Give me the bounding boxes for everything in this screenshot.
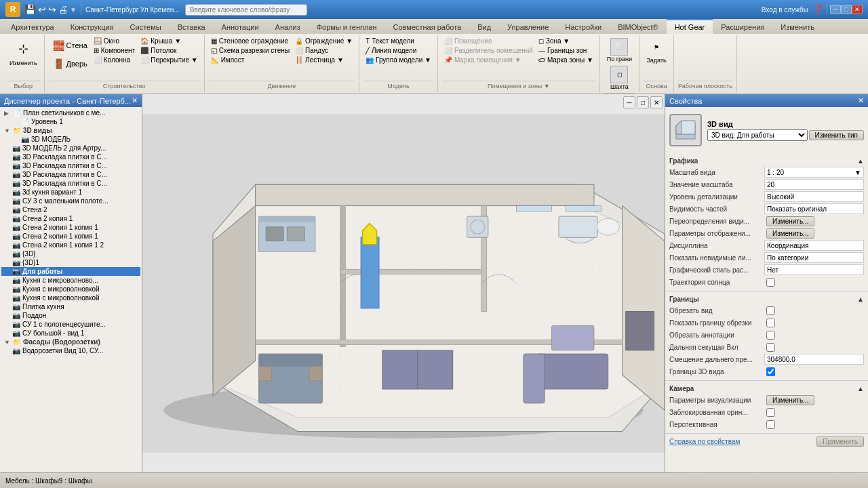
tree-water-outlet[interactable]: 📷 Водорозетки Вид 10, СУ... <box>1 346 140 355</box>
display-btn[interactable]: Изменить... <box>766 228 814 239</box>
face-opening-btn[interactable]: ⬜ По грани <box>604 37 635 64</box>
tree-3d-model2[interactable]: 📷 3D МОДЕЛЬ 2 для Артру... <box>1 144 140 152</box>
tree-3d-default[interactable]: 📷 {3D} <box>1 249 140 258</box>
room-btn[interactable]: ⬜ Помещение <box>442 37 535 45</box>
tab-hotgear[interactable]: Hot Gear <box>667 19 713 34</box>
floor-btn[interactable]: ⬜ Перекрытие ▼ <box>138 56 199 64</box>
door-btn[interactable]: 🚪 Дверь <box>49 55 90 73</box>
tab-bimobject[interactable]: BIMObject® <box>610 19 666 34</box>
tab-architecture[interactable]: Архитектура <box>3 19 62 34</box>
tab-settings[interactable]: Настройки <box>557 19 610 34</box>
close-btn[interactable]: ✕ <box>852 5 863 14</box>
project-tree[interactable]: ▶ 📄 План светильников с ме... 📄 Уровень … <box>0 107 142 472</box>
view-dropdown[interactable]: 3D вид: Для работы <box>707 129 808 141</box>
tab-view[interactable]: Вид <box>469 19 499 34</box>
tree-wall2c1[interactable]: 📷 Стена 2 копия 1 <box>1 214 140 223</box>
viewport-maximize-btn[interactable]: □ <box>637 96 649 108</box>
apply-btn[interactable]: Применить <box>816 436 864 447</box>
maximize-btn[interactable]: □ <box>841 5 852 14</box>
tree-kitchen-micro3[interactable]: 📷 Кухня с микроволновкой <box>1 293 140 302</box>
tree-tile3[interactable]: 📷 3D Раскладка плитки в С... <box>1 170 140 179</box>
base-btn[interactable]: ⚑ Задать <box>644 37 669 65</box>
render-params-btn[interactable]: Изменить... <box>766 395 814 405</box>
override-btn[interactable]: Изменить... <box>766 216 814 226</box>
modify-btn[interactable]: ⊹ Изменить <box>7 37 40 68</box>
tree-group-facades[interactable]: ▼ 📁 Фасады (Водорозетки) <box>1 338 140 346</box>
scene-svg[interactable] <box>142 94 665 472</box>
model-text-btn[interactable]: T Текст модели <box>363 37 433 45</box>
tree-item-lights[interactable]: ▶ 📄 План светильников с ме... <box>1 108 140 117</box>
zone-tag-btn[interactable]: 🏷 Марка зоны ▼ <box>536 56 595 64</box>
tree-wall2c2[interactable]: 📷 Стена 2 копия 1 копия 1 2 <box>1 241 140 249</box>
railing-btn[interactable]: ▦ Стеновое ограждение <box>209 37 292 45</box>
model-group-btn[interactable]: 👥 Группа модели ▼ <box>363 56 433 64</box>
tree-tile1[interactable]: 📷 3D Раскладка плитки в С... <box>1 152 140 161</box>
tab-manage[interactable]: Управление <box>499 19 557 34</box>
roof-btn[interactable]: 🏠 Крыша ▼ <box>138 37 199 45</box>
tree-kitchen3d[interactable]: 📷 3d кухня вариант 1 <box>1 188 140 197</box>
wall-btn[interactable]: 🧱 Стена <box>49 37 90 54</box>
tree-wall2c1c1b[interactable]: 📷 Стена 2 копия 1 копия 1 <box>1 232 140 241</box>
viewport[interactable]: ─ □ ✕ <box>142 94 665 472</box>
tab-systems[interactable]: Системы <box>122 19 170 34</box>
room-separator-btn[interactable]: ⬜ Разделитель помещений <box>442 46 535 55</box>
tree-tray[interactable]: 📷 Поддон <box>1 311 140 320</box>
viewport-close-btn[interactable]: ✕ <box>650 96 663 108</box>
tree-kitchen-tile[interactable]: 📷 Плитка кухня <box>1 302 140 311</box>
tree-su-big[interactable]: 📷 СУ большой - вид 1 <box>1 329 140 338</box>
3d-bounds-checkbox[interactable] <box>766 367 775 376</box>
tree-3d1[interactable]: 📷 {3D}1 <box>1 258 140 267</box>
tab-construction[interactable]: Конструкция <box>62 19 122 34</box>
scale-value[interactable]: 1 : 20▼ <box>764 167 864 178</box>
tab-annotations[interactable]: Аннотации <box>214 19 267 34</box>
tree-su1[interactable]: 📷 СУ 1 с полотенцесушите... <box>1 320 140 329</box>
zone-boundary-btn[interactable]: ― Границы зон <box>536 46 595 55</box>
tab-extensions[interactable]: Расширения <box>713 19 772 34</box>
sun-checkbox[interactable] <box>766 278 775 287</box>
tree-tile2[interactable]: 📷 3D Раскладка плитки в С... <box>1 161 140 170</box>
tab-insert[interactable]: Вставка <box>170 19 214 34</box>
tab-forms[interactable]: Формы и генплан <box>309 19 385 34</box>
fence-btn[interactable]: 🔒 Ограждение ▼ <box>293 37 355 45</box>
tree-forwork[interactable]: 📷 Для работы <box>1 267 140 276</box>
properties-close[interactable]: ✕ <box>858 96 864 105</box>
redo-icon[interactable]: ↪ <box>48 4 56 15</box>
tree-3d-model[interactable]: 📷 3D МОДЕЛЬ <box>1 135 140 144</box>
help-icon[interactable]: ❓ <box>812 4 824 15</box>
tree-item-level1[interactable]: 📄 Уровень 1 <box>1 117 140 126</box>
help-link[interactable]: Справка по свойствам <box>669 438 740 445</box>
tree-kitchen-micro2[interactable]: 📷 Кухня с микроволновкой <box>1 285 140 293</box>
save-icon[interactable]: 💾 <box>24 4 36 15</box>
window-btn[interactable]: 🪟 Окно <box>92 37 137 45</box>
shaft-btn[interactable]: ◻ Шахта <box>604 64 635 92</box>
zone-btn[interactable]: ◻ Зона ▼ <box>536 37 595 45</box>
ramp-btn[interactable]: ⬜ Пандус <box>293 46 355 55</box>
perspective-checkbox[interactable] <box>766 420 775 429</box>
bounds-header[interactable]: Границы ▲ <box>669 294 864 304</box>
minimize-btn[interactable]: ─ <box>830 5 841 14</box>
model-line-btn[interactable]: ╱ Линия модели <box>363 46 433 55</box>
left-panel-close[interactable]: ✕ <box>132 96 138 105</box>
change-type-btn[interactable]: Изменить тип <box>809 130 864 140</box>
login-btn[interactable]: Вход в службы <box>762 6 808 14</box>
dropdown-icon[interactable]: ▼ <box>70 6 77 14</box>
wall-scheme-btn[interactable]: ◱ Схема разрезки стены <box>209 46 292 55</box>
room-tag-btn[interactable]: 📌 Марка помещения ▼ <box>442 56 535 64</box>
locked-orient-checkbox[interactable] <box>766 408 775 417</box>
far-clip-checkbox[interactable] <box>766 343 775 352</box>
crop-annotations-checkbox[interactable] <box>766 331 775 340</box>
tree-group-3d[interactable]: ▼ 📁 3D виды <box>1 126 140 135</box>
tree-kitchen-micro1[interactable]: 📷 Кухня с микроволново... <box>1 276 140 285</box>
viewport-minimize-btn[interactable]: ─ <box>623 96 635 108</box>
camera-header[interactable]: Камера ▲ <box>669 384 864 394</box>
tab-modify[interactable]: Изменить <box>772 19 823 34</box>
tab-collaboration[interactable]: Совместная работа <box>385 19 470 34</box>
tab-analysis[interactable]: Анализ <box>267 19 309 34</box>
ceiling-btn[interactable]: ⬛ Потолок <box>138 46 199 55</box>
undo-icon[interactable]: ↩ <box>38 4 46 15</box>
graphics-header[interactable]: Графика ▲ <box>669 156 864 166</box>
crop-boundary-checkbox[interactable] <box>766 319 775 327</box>
crop-view-checkbox[interactable] <box>766 306 775 315</box>
impost-btn[interactable]: 📐 Импост <box>209 56 292 64</box>
search-input[interactable] <box>185 4 307 16</box>
